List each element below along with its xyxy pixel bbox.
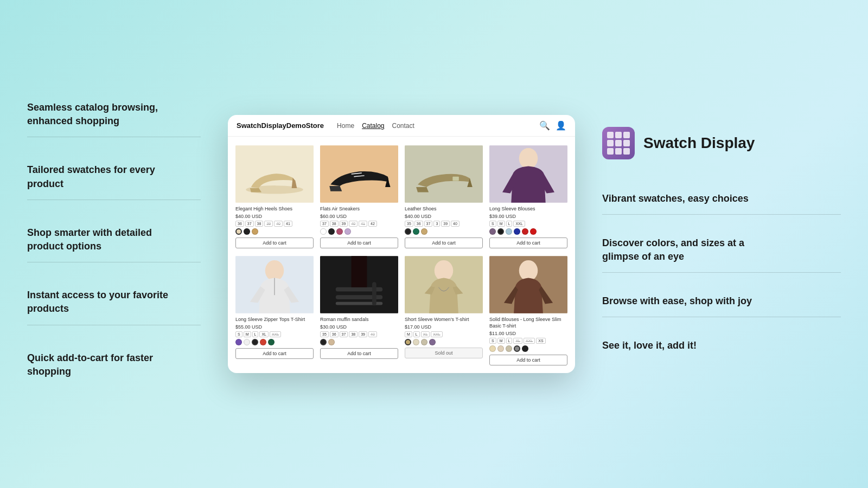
size3-36[interactable]: 36 [414, 221, 423, 227]
logo-cell-9 [623, 148, 630, 155]
swatch2-black[interactable] [328, 228, 335, 235]
add-to-cart-btn-4[interactable]: Add to cart [489, 237, 567, 248]
store-name: SwatchDisplayDemoStore [237, 121, 324, 130]
swatch-beige[interactable] [235, 228, 242, 235]
swatch4-blue-grey[interactable] [506, 228, 512, 235]
add-to-cart-btn-3[interactable]: Add to cart [405, 237, 483, 248]
swatch4-mauve[interactable] [489, 228, 496, 235]
size6-40[interactable]: 40 [368, 331, 377, 337]
swatch8-cream[interactable] [489, 345, 496, 352]
size6-35[interactable]: 35 [320, 331, 329, 337]
size8-s[interactable]: S [489, 338, 496, 344]
swatch3-tan[interactable] [421, 228, 427, 235]
size2-37[interactable]: 37 [320, 221, 329, 227]
swatch5-purple[interactable] [235, 339, 242, 345]
size6-37[interactable]: 37 [340, 331, 348, 337]
size4-m[interactable]: M [497, 221, 505, 227]
add-to-cart-btn-2[interactable]: Add to cart [320, 237, 398, 248]
swatch8-tan[interactable] [497, 345, 504, 352]
swatch2-rose[interactable] [336, 228, 343, 235]
swatch4-navy[interactable] [514, 228, 520, 235]
size6-38[interactable]: 38 [349, 331, 358, 337]
size7-xxl[interactable]: XXL [431, 331, 442, 337]
add-to-cart-btn-6[interactable]: Add to cart [320, 348, 398, 359]
add-to-cart-btn-8[interactable]: Add to cart [489, 355, 567, 365]
size6-39[interactable]: 39 [359, 331, 367, 337]
nav-catalog[interactable]: Catalog [362, 122, 384, 130]
swatch6-beige[interactable] [328, 339, 335, 345]
product-price-7: $17.00 USD [405, 324, 483, 330]
product-img-2 [320, 144, 398, 204]
swatch5-black[interactable] [252, 339, 258, 345]
size-36[interactable]: 36 [235, 221, 244, 227]
add-to-cart-btn-1[interactable]: Add to cart [235, 237, 314, 248]
nav-contact[interactable]: Contact [392, 122, 414, 130]
svg-rect-16 [372, 282, 376, 305]
swatch8-grey[interactable] [514, 345, 520, 352]
right-feature-browse-text: Browse with ease, shop with joy [602, 294, 841, 308]
size2-42[interactable]: 42 [368, 221, 377, 227]
size3-40[interactable]: 40 [451, 221, 459, 227]
swatch3-green[interactable] [413, 228, 419, 235]
size5-xxl[interactable]: XXL [270, 331, 281, 337]
swatch8-black[interactable] [522, 345, 528, 352]
size3-37[interactable]: 37 [424, 221, 433, 227]
swatch2-lavender[interactable] [344, 228, 351, 235]
size3-35[interactable]: 35 [405, 221, 413, 227]
size-39[interactable]: 39 [264, 221, 273, 227]
size8-m[interactable]: M [497, 338, 505, 344]
swatch5-red[interactable] [260, 339, 266, 345]
size8-xxl[interactable]: XXL [524, 338, 535, 344]
size7-xl[interactable]: XL [421, 331, 430, 337]
size4-l[interactable]: L [506, 221, 513, 227]
size5-l[interactable]: L [252, 331, 259, 337]
product-card-1: Elegant High Heels Shoes $40.00 USD 36 3… [232, 141, 317, 252]
size4-s[interactable]: S [489, 221, 496, 227]
size8-l[interactable]: L [506, 338, 513, 344]
nav-home[interactable]: Home [337, 122, 354, 130]
product-card-6: Roman muffin sandals $30.00 USD 35 36 37… [317, 252, 401, 368]
search-icon[interactable]: 🔍 [539, 120, 550, 131]
size6-36[interactable]: 36 [330, 331, 339, 337]
swatch3-black[interactable] [405, 228, 411, 235]
swatch5-green[interactable] [268, 339, 275, 345]
account-icon[interactable]: 👤 [556, 120, 566, 131]
swatch-tan[interactable] [252, 228, 258, 235]
swatch7-khaki[interactable] [405, 339, 411, 345]
size5-xl[interactable]: XL [259, 331, 269, 337]
swatch6-black[interactable] [320, 339, 327, 345]
size7-m[interactable]: M [405, 331, 412, 337]
size4-xxl[interactable]: XXL [513, 221, 525, 227]
swatch4-crimson[interactable] [530, 228, 537, 235]
swatch7-sand[interactable] [421, 339, 427, 345]
size-41[interactable]: 41 [284, 221, 292, 227]
swatch8-sand[interactable] [506, 345, 512, 352]
size2-41[interactable]: 41 [359, 221, 367, 227]
size-37[interactable]: 37 [245, 221, 254, 227]
size2-39[interactable]: 39 [340, 221, 348, 227]
size3-39[interactable]: 39 [441, 221, 450, 227]
size-row-1: 36 37 38 39 40 41 [235, 221, 314, 227]
size2-38[interactable]: 38 [330, 221, 339, 227]
size8-xs[interactable]: XS [536, 338, 545, 344]
swatch4-red[interactable] [522, 228, 528, 235]
size-40[interactable]: 40 [274, 221, 283, 227]
add-to-cart-btn-5[interactable]: Add to cart [235, 348, 314, 359]
swatch7-purple[interactable] [429, 339, 436, 345]
size2-40[interactable]: 40 [349, 221, 358, 227]
size7-l[interactable]: L [413, 331, 420, 337]
swatch7-cream[interactable] [413, 339, 419, 345]
size8-xl[interactable]: XL [513, 338, 522, 344]
product-title-1: Elegant High Heels Shoes [235, 206, 314, 213]
size3-3[interactable]: 3 [433, 221, 440, 227]
swatch4-black[interactable] [497, 228, 504, 235]
swatch-black[interactable] [244, 228, 250, 235]
swatch5-white[interactable] [244, 339, 250, 345]
size5-s[interactable]: S [235, 331, 242, 337]
feature-seamless: Seamless catalog browsing, enhanced shop… [27, 101, 201, 137]
size-38[interactable]: 38 [255, 221, 264, 227]
logo-cell-2 [615, 132, 622, 138]
size5-m[interactable]: M [244, 331, 251, 337]
swatch2-white[interactable] [320, 228, 327, 235]
right-feature-see: See it, love it, add it! [602, 339, 841, 361]
